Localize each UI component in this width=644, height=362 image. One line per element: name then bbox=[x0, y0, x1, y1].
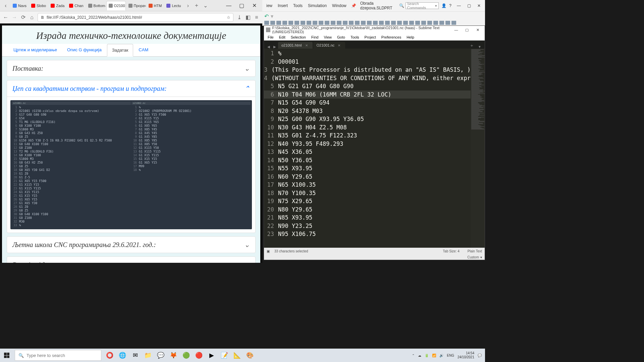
card-header[interactable]: Џеп са квадратним острвом - програм и по… bbox=[7, 80, 255, 97]
sw-toolbar-icon[interactable] bbox=[337, 21, 341, 25]
browser-tab[interactable]: HTM bbox=[147, 1, 164, 10]
taskbar-app-icon[interactable]: 🔴 bbox=[193, 349, 205, 362]
sw-toolbar-icon[interactable] bbox=[294, 21, 299, 25]
sw-toolbar-icon[interactable] bbox=[313, 21, 317, 25]
close-icon[interactable]: ✕ bbox=[248, 1, 260, 10]
sw-toolbar-icon[interactable] bbox=[379, 21, 384, 25]
sw-menu-item[interactable]: Window bbox=[329, 3, 349, 8]
sw-toolbar-icon[interactable] bbox=[439, 21, 444, 25]
nav-back-icon[interactable]: ← bbox=[3, 14, 9, 20]
taskbar-app-icon[interactable]: 🌐 bbox=[116, 349, 129, 362]
encoding[interactable]: Custom bbox=[468, 255, 479, 259]
extensions-icon[interactable]: ◧ bbox=[245, 14, 251, 20]
sw-toolbar-icon[interactable] bbox=[276, 21, 281, 25]
sw-menu-item[interactable]: Tools bbox=[290, 3, 305, 8]
sublime-menu-item[interactable]: View bbox=[321, 35, 334, 39]
sw-toolbar-icon[interactable] bbox=[433, 21, 438, 25]
taskbar-search-input[interactable]: 🔍Type here to search bbox=[15, 350, 101, 361]
tray-wifi-icon[interactable]: 📶 bbox=[432, 354, 436, 357]
sw-toolbar-icon[interactable] bbox=[409, 21, 414, 25]
undo-icon[interactable]: ↶ bbox=[264, 13, 269, 19]
minimize-icon[interactable]: — bbox=[223, 1, 235, 10]
sw-toolbar-icon[interactable] bbox=[288, 21, 293, 25]
reload-icon[interactable]: ⟳ bbox=[20, 14, 26, 20]
sublime-menu-item[interactable]: Help bbox=[404, 35, 417, 39]
page-tab[interactable]: Цртеж и моделирање bbox=[9, 44, 62, 56]
sublime-menu-item[interactable]: Selection bbox=[288, 35, 308, 39]
tab-dropdown-icon[interactable]: ▼ bbox=[477, 45, 483, 49]
syntax[interactable]: Plain Text bbox=[468, 249, 482, 253]
page-tab[interactable]: Опис G функција bbox=[62, 44, 106, 56]
maximize-icon[interactable]: ▢ bbox=[462, 27, 472, 33]
pin-icon[interactable]: 📌 bbox=[351, 3, 356, 8]
minimize-icon[interactable]: — bbox=[454, 2, 464, 9]
taskbar-app-icon[interactable]: 🦊 bbox=[167, 349, 180, 362]
taskbar-app-icon[interactable]: ▶ bbox=[205, 349, 218, 362]
page-tab[interactable]: CAM bbox=[134, 44, 153, 56]
sw-toolbar-icon[interactable] bbox=[361, 21, 366, 25]
sw-toolbar-icon[interactable] bbox=[421, 21, 426, 25]
user-icon[interactable]: 👤 bbox=[441, 3, 446, 8]
home-icon[interactable]: ⌂ bbox=[29, 14, 35, 20]
menu-icon[interactable]: ≡ bbox=[254, 14, 260, 20]
sw-menu-item[interactable]: Insert bbox=[275, 3, 290, 8]
sublime-menu-item[interactable]: Find bbox=[309, 35, 321, 39]
sw-toolbar-icon[interactable] bbox=[343, 21, 347, 25]
nav-forward-icon[interactable]: → bbox=[11, 14, 17, 20]
sw-toolbar-icon[interactable] bbox=[445, 21, 450, 25]
browser-tab[interactable]: Slobo bbox=[29, 1, 48, 10]
sw-menu-item[interactable]: Simulation bbox=[305, 3, 329, 8]
tray-clock[interactable]: 14:54 24/10/2021 bbox=[458, 351, 474, 359]
page-tab[interactable]: Задатак bbox=[107, 44, 133, 57]
tray-chevron-icon[interactable]: ⌃ bbox=[412, 354, 415, 357]
taskbar-app-icon[interactable]: 📝 bbox=[218, 349, 231, 362]
sw-toolbar-icon[interactable] bbox=[349, 21, 354, 25]
sw-menu-item[interactable]: iew bbox=[264, 3, 275, 8]
close-icon[interactable]: ✕ bbox=[338, 44, 340, 47]
close-icon[interactable]: ✕ bbox=[473, 27, 483, 33]
url-input[interactable]: 🗎 file:///F:/Skolska_2021_2022/Web/haas/… bbox=[38, 13, 233, 22]
sw-toolbar-icon[interactable] bbox=[270, 21, 275, 25]
tab-prev-icon[interactable]: ◀ bbox=[266, 45, 271, 49]
page-viewport[interactable]: Израда техничко-технолошке документације… bbox=[0, 23, 262, 263]
card-header[interactable]: Download докумената: ⌄ bbox=[7, 257, 255, 263]
tray-cloud-icon[interactable]: ☁ bbox=[418, 354, 421, 357]
tabs-forward-icon[interactable]: › bbox=[184, 2, 192, 9]
sublime-menu-item[interactable]: Goto bbox=[335, 35, 347, 39]
code-area[interactable]: 1%2O000013(This Post Processor is distri… bbox=[264, 49, 471, 248]
new-tab-icon[interactable]: ＋ bbox=[193, 2, 200, 9]
sw-toolbar-icon[interactable] bbox=[319, 21, 323, 25]
sw-toolbar-icon[interactable] bbox=[415, 21, 420, 25]
tabs-back-icon[interactable]: ‹ bbox=[2, 2, 9, 9]
tab-next-icon[interactable]: ▶ bbox=[272, 45, 277, 49]
browser-tab[interactable]: Bottom-… bbox=[86, 1, 106, 10]
sublime-menu-item[interactable]: Preferences bbox=[379, 35, 404, 39]
sw-toolbar-icon[interactable] bbox=[264, 21, 269, 25]
taskbar-app-icon[interactable]: 🎨 bbox=[244, 349, 256, 362]
sw-toolbar-icon[interactable] bbox=[403, 21, 408, 25]
taskbar-app-icon[interactable]: 🟢 bbox=[180, 349, 193, 362]
sw-search-input[interactable]: Search Commands▾ bbox=[406, 2, 439, 9]
sw-toolbar-icon[interactable] bbox=[282, 21, 287, 25]
browser-tab[interactable]: Chan bbox=[67, 1, 85, 10]
sw-toolbar-icon[interactable] bbox=[301, 21, 305, 25]
new-tab-icon[interactable]: ＋ bbox=[468, 43, 476, 49]
tab-size[interactable]: Tab Size: 4 bbox=[443, 249, 459, 253]
sw-toolbar-icon[interactable] bbox=[427, 21, 432, 25]
sw-toolbar-icon[interactable] bbox=[307, 21, 311, 25]
taskbar-app-icon[interactable]: 📁 bbox=[142, 349, 154, 362]
downloads-icon[interactable]: ⤓ bbox=[236, 14, 242, 20]
minimap[interactable] bbox=[471, 49, 485, 248]
taskbar-app-icon[interactable]: ✉ bbox=[129, 349, 142, 362]
maximize-icon[interactable]: ▢ bbox=[235, 1, 248, 10]
close-icon[interactable]: ✕ bbox=[474, 2, 484, 9]
sublime-menu-item[interactable]: Edit bbox=[277, 35, 288, 39]
sw-toolbar-icon[interactable] bbox=[385, 21, 390, 25]
tray-battery-icon[interactable]: 🔋 bbox=[425, 354, 429, 357]
card-header[interactable]: Поставка: ⌄ bbox=[7, 60, 255, 76]
taskbar-app-icon[interactable]: 📐 bbox=[231, 349, 244, 362]
sw-toolbar-icon[interactable] bbox=[355, 21, 360, 25]
help-icon[interactable]: ? bbox=[449, 3, 451, 8]
tray-volume-icon[interactable]: 🔊 bbox=[439, 354, 443, 357]
minimize-icon[interactable]: — bbox=[451, 27, 461, 33]
